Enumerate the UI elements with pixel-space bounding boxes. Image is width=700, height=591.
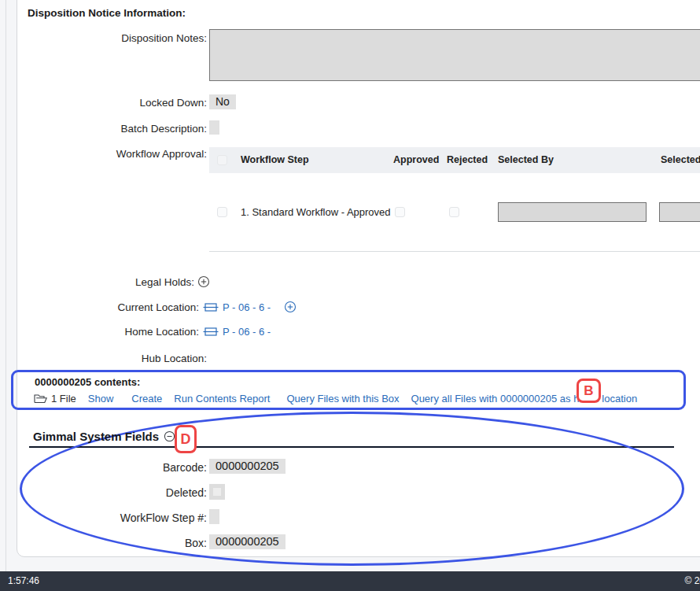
query-all-files-home-location-link[interactable]: Query all Files with 0000000205 as home …: [411, 393, 638, 404]
selected-input[interactable]: [659, 202, 700, 222]
footer-time: 1:57:46: [8, 575, 39, 586]
rejected-checkbox[interactable]: [449, 207, 459, 217]
folder-icon: [34, 393, 47, 404]
locked-down-value: No: [209, 94, 236, 109]
section-divider: [29, 446, 674, 448]
system-fields-header: Gimmal System Fields: [33, 430, 175, 443]
deleted-checkbox-inner: [213, 488, 221, 496]
workflow-approval-table: Workflow Step Approved Rejected Selected…: [209, 147, 700, 252]
box-value: 0000000205: [209, 534, 286, 549]
section-title-disposition: Disposition Notice Information:: [28, 7, 186, 19]
box-location-icon: [203, 301, 219, 313]
file-count-group: 1 File: [34, 393, 76, 404]
annotation-marker-d: D: [175, 425, 197, 453]
contents-title: 0000000205 contents:: [35, 376, 140, 388]
legal-holds-label: Legal Holds:: [135, 276, 194, 288]
current-location-row: Current Location: P - 06 - 6 -: [28, 301, 297, 313]
workflow-table-header: Workflow Step Approved Rejected Selected…: [209, 147, 700, 173]
workflow-step-number-label: WorkFlow Step #:: [28, 512, 207, 524]
footer-copyright: © 20: [684, 575, 700, 586]
batch-description-value: [209, 120, 219, 135]
col-approved: Approved: [393, 154, 439, 165]
current-location-label: Current Location:: [28, 301, 199, 313]
deleted-label: Deleted:: [28, 486, 207, 499]
hub-location-label: Hub Location:: [28, 353, 207, 364]
workflow-approval-label: Workflow Approval:: [28, 148, 207, 160]
approved-checkbox[interactable]: [395, 207, 405, 217]
workflow-step-cell: 1. Standard Workflow - Approved: [241, 206, 391, 218]
barcode-value: 0000000205: [209, 459, 286, 474]
current-location-link[interactable]: P - 06 - 6 -: [223, 301, 271, 313]
add-legal-hold-icon[interactable]: [197, 275, 210, 288]
selected-by-input[interactable]: [498, 202, 647, 222]
contents-toolbar: 1 File Show Create Run Contents Report Q…: [34, 393, 637, 404]
locked-down-label: Locked Down:: [28, 97, 207, 109]
deleted-checkbox: [209, 484, 225, 500]
query-files-with-box-link[interactable]: Query Files with this Box: [286, 393, 399, 404]
box-location-icon: [203, 326, 219, 338]
col-rejected: Rejected: [447, 154, 488, 165]
col-workflow-step: Workflow Step: [241, 154, 309, 165]
annotation-marker-b: B: [577, 379, 601, 403]
file-count: 1 File: [51, 393, 76, 404]
col-selected-by: Selected By: [498, 154, 554, 165]
show-link[interactable]: Show: [88, 393, 114, 404]
disposition-notes-textarea[interactable]: [209, 29, 700, 81]
row-select-checkbox[interactable]: [217, 207, 227, 217]
disposition-notes-label: Disposition Notes:: [28, 32, 207, 44]
box-label: Box:: [28, 537, 207, 549]
create-link[interactable]: Create: [131, 393, 162, 404]
add-current-location-icon[interactable]: [284, 301, 297, 313]
legal-holds-row: Legal Holds:: [28, 275, 210, 288]
left-rail-divider: [6, 0, 6, 571]
collapse-section-icon[interactable]: [164, 430, 175, 442]
workflow-step-number-value: [209, 509, 219, 524]
home-location-label: Home Location:: [28, 326, 199, 338]
home-location-link[interactable]: P - 06 - 6 -: [223, 326, 271, 338]
home-location-row: Home Location: P - 06 - 6 -: [28, 326, 271, 338]
run-contents-report-link[interactable]: Run Contents Report: [174, 393, 270, 404]
select-all-checkbox[interactable]: [217, 155, 227, 165]
footer-bar: 1:57:46 © 20: [0, 571, 700, 591]
col-selected: Selected: [661, 154, 700, 165]
system-fields-title: Gimmal System Fields: [33, 430, 159, 443]
batch-description-label: Batch Description:: [28, 123, 207, 135]
barcode-label: Barcode:: [28, 461, 207, 474]
